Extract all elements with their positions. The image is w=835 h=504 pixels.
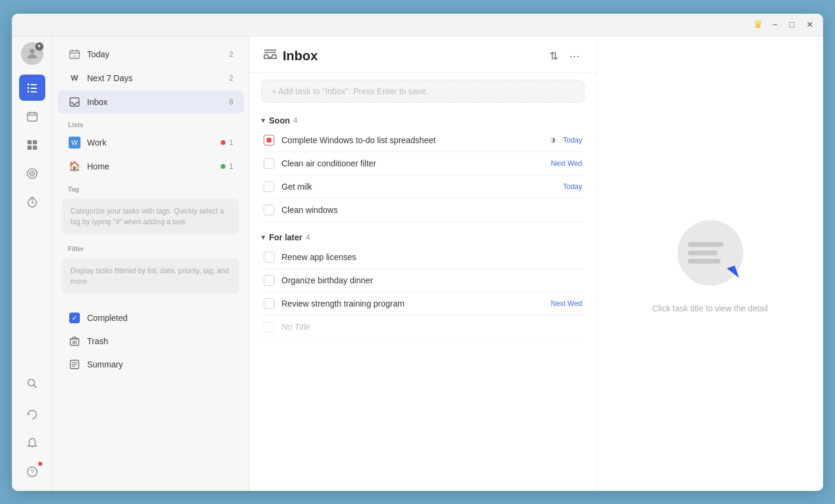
completed-label: Completed xyxy=(87,313,128,323)
today-count: 2 xyxy=(229,50,233,58)
today-label: Today xyxy=(87,50,229,59)
home-count: 1 xyxy=(229,162,233,171)
svg-point-22 xyxy=(28,379,35,386)
next7days-icon: W xyxy=(68,72,81,85)
sort-button[interactable]: ⇅ xyxy=(547,47,561,65)
summary-icon xyxy=(68,358,81,371)
title-bar-controls: ♛ − □ ✕ xyxy=(753,18,816,31)
detail-placeholder-image xyxy=(663,214,758,292)
task-checkbox-2[interactable] xyxy=(264,158,274,169)
maximize-button[interactable]: □ xyxy=(787,18,797,30)
task-date-1: Today xyxy=(563,136,582,144)
task-text-5: Renew app licenses xyxy=(282,252,582,262)
rail-item-tasks[interactable] xyxy=(19,75,45,101)
section-soon[interactable]: ▾ Soon 4 xyxy=(261,110,584,129)
inbox-count: 8 xyxy=(229,98,233,106)
rail-item-refresh[interactable] xyxy=(19,401,45,428)
work-label: Work xyxy=(87,138,221,147)
sidebar-item-trash[interactable]: Trash xyxy=(57,330,244,353)
forlater-chevron-icon: ▾ xyxy=(261,233,265,242)
home-label: Home xyxy=(87,162,221,171)
svg-point-0 xyxy=(30,49,35,54)
task-checkbox-7[interactable] xyxy=(264,298,274,309)
inbox-icon xyxy=(68,95,81,109)
svg-rect-1 xyxy=(27,84,29,85)
minimize-button[interactable]: − xyxy=(770,18,780,30)
task-text-1: Complete Windows to-do list spreadsheet xyxy=(282,135,550,145)
work-count: 1 xyxy=(229,138,233,147)
home-list-icon: 🏠 xyxy=(68,160,81,173)
task-date-3: Today xyxy=(563,183,582,191)
sidebar-item-completed[interactable]: ✓ Completed xyxy=(57,307,244,329)
panel-header-actions: ⇅ ⋯ xyxy=(547,47,582,65)
next7days-count: 2 xyxy=(229,74,233,82)
rail-item-help[interactable]: ? xyxy=(19,459,45,485)
rail-item-calendar[interactable] xyxy=(19,103,45,129)
panel-title: Inbox xyxy=(283,48,547,64)
sidebar-item-home[interactable]: 🏠 Home 1 xyxy=(57,155,244,178)
rail-item-timer[interactable] xyxy=(19,189,45,215)
task-checkbox-1[interactable] xyxy=(264,135,274,146)
task-text-7: Review strength training program xyxy=(282,299,546,308)
task-text-2: Clean air conditioner filter xyxy=(282,159,546,168)
section-for-later[interactable]: ▾ For later 4 xyxy=(261,227,584,246)
add-task-bar[interactable]: + Add task to "Inbox". Press Enter to sa… xyxy=(261,80,584,103)
task-checkbox-5[interactable] xyxy=(264,252,274,262)
task-text-8: No Title xyxy=(282,322,582,332)
forlater-title: For later xyxy=(269,233,302,242)
sidebar: 23 Today 2 W Next 7 Days 2 Inbox 8 Lists xyxy=(52,36,249,491)
next7days-label: Next 7 Days xyxy=(87,73,229,83)
table-row[interactable]: No Title xyxy=(261,316,584,339)
sidebar-item-work[interactable]: W Work 1 xyxy=(57,131,244,154)
bottom-nav: ✓ Completed Trash Summary xyxy=(52,306,249,376)
app-window: ♛ − □ ✕ ▼ xyxy=(12,14,823,491)
completed-icon: ✓ xyxy=(68,311,81,324)
more-button[interactable]: ⋯ xyxy=(567,47,582,65)
task-list-area: ▾ Soon 4 Complete Windows to-do list spr… xyxy=(249,110,596,491)
task-checkbox-4[interactable] xyxy=(264,205,274,215)
svg-rect-11 xyxy=(27,140,32,144)
table-row[interactable]: Renew app licenses xyxy=(261,246,584,269)
table-row[interactable]: Complete Windows to-do list spreadsheet … xyxy=(261,129,584,152)
table-row[interactable]: Organize birthday dinner xyxy=(261,269,584,292)
rail-item-grid[interactable] xyxy=(19,132,45,158)
avatar-badge: ▼ xyxy=(35,42,44,51)
rail-item-focus[interactable] xyxy=(19,160,45,187)
svg-rect-7 xyxy=(27,113,37,121)
work-dot xyxy=(221,140,225,145)
table-row[interactable]: Review strength training program Next We… xyxy=(261,292,584,316)
rail-item-notifications[interactable] xyxy=(19,430,45,456)
sidebar-item-today[interactable]: 23 Today 2 xyxy=(57,43,244,66)
detail-hint-text: Click task title to view the detail xyxy=(652,304,768,313)
main-panel: Inbox ⇅ ⋯ + Add task to "Inbox". Press E… xyxy=(249,36,596,491)
today-icon: 23 xyxy=(68,48,81,61)
table-row[interactable]: Get milk Today xyxy=(261,175,584,199)
soon-chevron-icon: ▾ xyxy=(261,116,265,125)
avatar[interactable]: ▼ xyxy=(21,42,44,65)
soon-count: 4 xyxy=(293,116,298,125)
icon-rail: ▼ xyxy=(12,36,52,491)
tag-section-label: Tag xyxy=(52,178,249,195)
main-content: ▼ xyxy=(12,36,823,491)
filter-section-label: Filter xyxy=(52,238,249,255)
cursor-icon xyxy=(726,265,739,280)
sidebar-item-summary[interactable]: Summary xyxy=(57,353,244,376)
rail-item-search[interactable] xyxy=(19,370,45,397)
sidebar-item-next7days[interactable]: W Next 7 Days 2 xyxy=(57,67,244,89)
task-checkbox-8[interactable] xyxy=(264,321,274,332)
sidebar-item-inbox[interactable]: Inbox 8 xyxy=(57,91,244,113)
table-row[interactable]: Clean air conditioner filter Next Wed xyxy=(261,152,584,175)
svg-rect-33 xyxy=(70,98,79,106)
svg-text:?: ? xyxy=(30,469,34,475)
panel-header: Inbox ⇅ ⋯ xyxy=(249,36,596,73)
task-checkbox-3[interactable] xyxy=(264,181,274,192)
svg-rect-2 xyxy=(30,84,37,85)
svg-rect-6 xyxy=(30,91,37,92)
table-row[interactable]: Clean windows xyxy=(261,199,584,222)
summary-label: Summary xyxy=(87,360,123,369)
close-button[interactable]: ✕ xyxy=(804,18,816,30)
soon-title: Soon xyxy=(269,116,290,125)
trash-icon xyxy=(68,335,81,348)
task-checkbox-6[interactable] xyxy=(264,275,274,286)
trash-label: Trash xyxy=(87,336,108,346)
